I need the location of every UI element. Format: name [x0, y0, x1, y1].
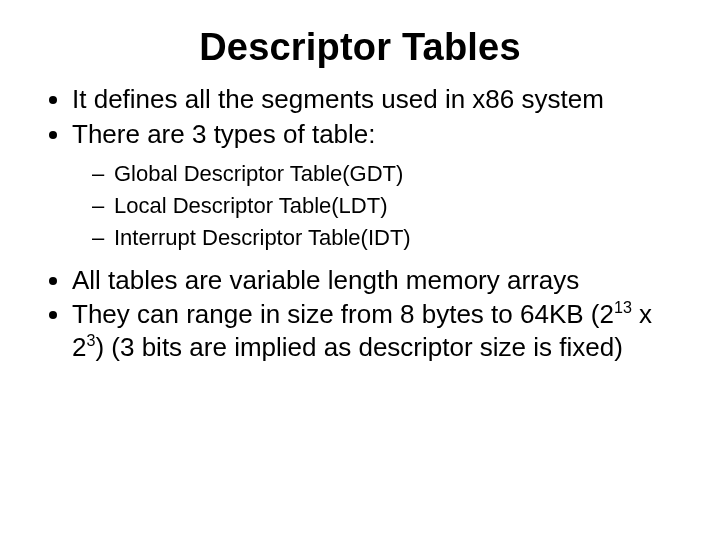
- sub-bullet-item: Global Descriptor Table(GDT): [114, 158, 680, 190]
- superscript: 13: [614, 299, 632, 317]
- bullet-text-part: ) (3 bits are implied as descriptor size…: [95, 332, 622, 362]
- slide-title: Descriptor Tables: [40, 26, 680, 69]
- bullet-item: They can range in size from 8 bytes to 6…: [72, 298, 680, 363]
- bullet-item: All tables are variable length memory ar…: [72, 264, 680, 297]
- bullet-item: There are 3 types of table: Global Descr…: [72, 118, 680, 254]
- sub-bullet-item: Local Descriptor Table(LDT): [114, 190, 680, 222]
- bullet-list: It defines all the segments used in x86 …: [40, 83, 680, 363]
- bullet-text: There are 3 types of table:: [72, 119, 376, 149]
- slide: Descriptor Tables It defines all the seg…: [0, 0, 720, 540]
- bullet-item: It defines all the segments used in x86 …: [72, 83, 680, 116]
- sub-bullet-item: Interrupt Descriptor Table(IDT): [114, 222, 680, 254]
- sub-bullet-list: Global Descriptor Table(GDT) Local Descr…: [72, 158, 680, 254]
- bullet-text-part: They can range in size from 8 bytes to 6…: [72, 299, 614, 329]
